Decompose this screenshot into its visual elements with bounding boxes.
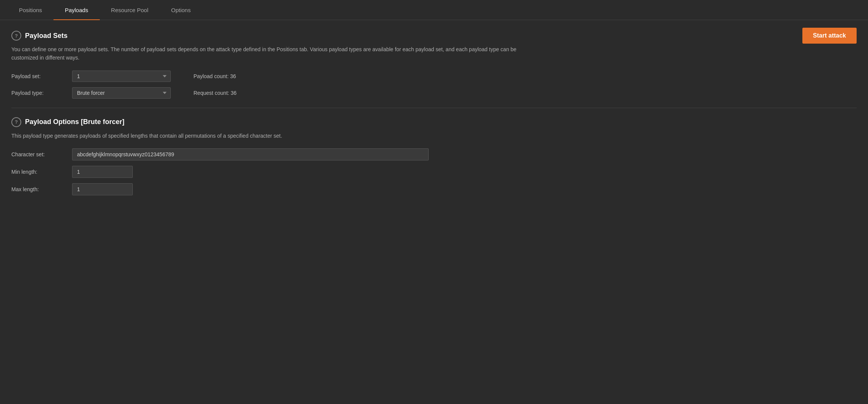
character-set-input[interactable] (72, 148, 429, 160)
tab-payloads[interactable]: Payloads (53, 0, 100, 20)
character-set-label: Character set: (11, 151, 72, 157)
max-length-label: Max length: (11, 186, 72, 192)
start-attack-button[interactable]: Start attack (802, 28, 857, 44)
tab-bar: Positions Payloads Resource Pool Options (0, 0, 868, 20)
payload-options-title: Payload Options [Brute forcer] (25, 118, 124, 126)
payload-options-help-icon[interactable]: ? (11, 117, 21, 127)
payload-set-label: Payload set: (11, 73, 72, 79)
payload-sets-description: You can define one or more payload sets.… (11, 45, 542, 62)
payload-options-header: ? Payload Options [Brute forcer] (11, 117, 857, 127)
payload-sets-title: Payload Sets (25, 32, 68, 40)
payload-count-info: Payload count: 36 (178, 73, 254, 79)
main-content: ? Payload Sets Start attack You can defi… (0, 20, 868, 214)
payload-type-label: Payload type: (11, 90, 72, 96)
section-divider (11, 108, 857, 108)
payload-sets-header: ? Payload Sets Start attack (11, 31, 857, 41)
min-length-input[interactable] (72, 166, 133, 178)
payload-type-select[interactable]: Simple list Runtime file Custom iterator… (72, 87, 171, 99)
tab-positions[interactable]: Positions (8, 0, 53, 20)
tab-options[interactable]: Options (160, 0, 202, 20)
payload-sets-section: ? Payload Sets Start attack You can defi… (11, 31, 857, 99)
payload-options-description: This payload type generates payloads of … (11, 132, 542, 140)
payload-sets-help-icon[interactable]: ? (11, 31, 21, 41)
tab-resource-pool[interactable]: Resource Pool (100, 0, 160, 20)
payload-set-select[interactable]: 1 2 3 (72, 71, 171, 82)
min-length-label: Min length: (11, 169, 72, 175)
payload-sets-form: Payload set: 1 2 3 Payload count: 36 Pay… (11, 71, 857, 99)
max-length-input[interactable] (72, 183, 133, 195)
payload-options-form: Character set: Min length: Max length: (11, 148, 429, 195)
request-count-info: Request count: 36 (178, 90, 254, 96)
payload-options-section: ? Payload Options [Brute forcer] This pa… (11, 117, 857, 195)
